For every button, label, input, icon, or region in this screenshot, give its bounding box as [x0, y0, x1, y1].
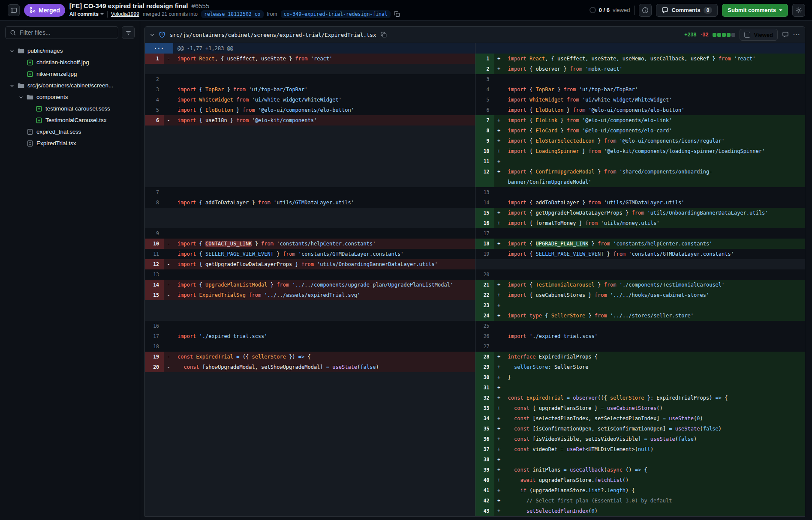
- line-number[interactable]: 5: [475, 95, 494, 105]
- line-number[interactable]: 18: [475, 239, 494, 249]
- line-number[interactable]: 24: [475, 311, 494, 321]
- tree-file-expiredtrial-tsx[interactable]: ExpiredTrial.tsx: [5, 137, 135, 149]
- line-number[interactable]: 4: [475, 84, 494, 95]
- line-number[interactable]: 17: [145, 331, 164, 341]
- file-added-icon: [27, 59, 33, 66]
- diff-row: 2+import { observer } from 'mobx-react': [145, 64, 805, 74]
- line-number[interactable]: 30: [475, 372, 494, 383]
- line-number[interactable]: 11: [145, 249, 164, 259]
- line-number[interactable]: 10: [145, 239, 164, 249]
- base-branch-label[interactable]: release_18112502_co: [201, 10, 264, 18]
- comments-button[interactable]: Comments 0: [656, 4, 718, 17]
- line-number[interactable]: 34: [475, 413, 494, 424]
- tree-folder-components[interactable]: components: [5, 91, 135, 103]
- line-number[interactable]: 33: [475, 403, 494, 413]
- line-number[interactable]: 16: [145, 321, 164, 331]
- tree-file-expired-trial-scss[interactable]: expired_trial.scss: [5, 126, 135, 137]
- copy-path-icon[interactable]: [381, 32, 387, 38]
- line-number[interactable]: 40: [475, 475, 494, 485]
- tree-file-testimonial-carousel-scss[interactable]: testimonial-carousel.scss: [5, 103, 135, 114]
- sidebar-toggle-button[interactable]: [8, 4, 20, 16]
- tree-file-nike-menzel-jpg[interactable]: nike-menzel.jpg: [5, 68, 135, 80]
- head-branch-label[interactable]: co-349-expired-trial-redesign-final: [281, 10, 391, 18]
- author-link[interactable]: Volodia1999: [111, 11, 139, 17]
- viewed-checkbox[interactable]: [744, 32, 750, 38]
- line-number[interactable]: 25: [475, 321, 494, 331]
- line-number[interactable]: 19: [475, 249, 494, 259]
- line-number[interactable]: 9: [145, 228, 164, 239]
- tree-file-testimonialcarousel-tsx[interactable]: TestimonialCarousel.tsx: [5, 114, 135, 126]
- line-number[interactable]: 20: [145, 362, 164, 372]
- tree-folder-src-js-containers-cabinet-screen-[interactable]: src/js/containers/cabinet/screen...: [5, 80, 135, 91]
- line-number[interactable]: 16: [475, 218, 494, 228]
- line-number[interactable]: 11: [475, 156, 494, 167]
- line-number[interactable]: 19: [145, 352, 164, 362]
- line-number[interactable]: 37: [475, 444, 494, 454]
- filter-options-button[interactable]: [122, 26, 135, 39]
- line-number[interactable]: 1: [145, 54, 164, 64]
- line-number[interactable]: 31: [475, 383, 494, 393]
- line-number[interactable]: 14: [145, 280, 164, 290]
- line-number[interactable]: 9: [475, 136, 494, 146]
- tree-file-christian-bischoff-jpg[interactable]: christian-bischoff.jpg: [5, 57, 135, 68]
- diff-sign: [164, 475, 173, 485]
- line-number[interactable]: 28: [475, 352, 494, 362]
- line-number[interactable]: 2: [475, 64, 494, 74]
- line-number[interactable]: 12: [145, 259, 164, 269]
- line-number[interactable]: 7: [475, 115, 494, 126]
- all-commits-dropdown[interactable]: All commits: [69, 11, 104, 17]
- line-number[interactable]: 4: [145, 95, 164, 105]
- tree-folder-public-images[interactable]: public/images: [5, 45, 135, 57]
- line-number[interactable]: 6: [145, 115, 164, 126]
- line-number[interactable]: 22: [475, 290, 494, 300]
- line-number[interactable]: 27: [475, 341, 494, 352]
- line-number[interactable]: 7: [145, 187, 164, 197]
- expand-hunk-button[interactable]: ···: [145, 43, 173, 54]
- line-number[interactable]: 2: [145, 74, 164, 84]
- line-number[interactable]: 32: [475, 393, 494, 403]
- file-filter-field[interactable]: [5, 26, 118, 39]
- line-number[interactable]: 6: [475, 105, 494, 115]
- viewed-toggle-button[interactable]: Viewed: [740, 29, 778, 41]
- collapse-file-chevron-icon[interactable]: [149, 32, 155, 38]
- settings-button[interactable]: [792, 4, 805, 17]
- line-number: [145, 126, 164, 136]
- line-number[interactable]: 26: [475, 331, 494, 341]
- line-number[interactable]: 36: [475, 434, 494, 444]
- line-number[interactable]: 1: [475, 54, 494, 64]
- info-button[interactable]: [639, 4, 652, 17]
- line-number[interactable]: 13: [475, 187, 494, 197]
- code-line: [173, 465, 475, 475]
- add-comment-icon[interactable]: [782, 31, 789, 38]
- line-number[interactable]: 14: [475, 197, 494, 208]
- line-number[interactable]: 8: [145, 197, 164, 208]
- line-number[interactable]: 20: [475, 269, 494, 280]
- code-line: import { useI18n } from '@elo-kit/compon…: [173, 115, 475, 126]
- line-number[interactable]: 12: [475, 167, 494, 187]
- code-line: [504, 383, 805, 393]
- line-number[interactable]: 13: [145, 269, 164, 280]
- line-number[interactable]: 5: [145, 105, 164, 115]
- line-number[interactable]: 3: [145, 84, 164, 95]
- line-number[interactable]: 42: [475, 496, 494, 506]
- line-number[interactable]: 39: [475, 465, 494, 475]
- line-number[interactable]: 18: [145, 341, 164, 352]
- line-number[interactable]: 43: [475, 506, 494, 516]
- line-number[interactable]: 38: [475, 454, 494, 465]
- submit-comments-button[interactable]: Submit comments: [722, 4, 788, 17]
- line-number[interactable]: 15: [475, 208, 494, 218]
- line-number[interactable]: 35: [475, 424, 494, 434]
- line-number[interactable]: 8: [475, 126, 494, 136]
- line-number[interactable]: 10: [475, 146, 494, 156]
- line-number[interactable]: 17: [475, 228, 494, 239]
- file-filter-input[interactable]: [20, 29, 114, 36]
- line-number[interactable]: 29: [475, 362, 494, 372]
- line-number[interactable]: 3: [475, 74, 494, 84]
- tree-item-label: expired_trial.scss: [36, 129, 81, 135]
- line-number[interactable]: 15: [145, 290, 164, 300]
- copy-branch-icon[interactable]: [394, 11, 400, 17]
- file-options-kebab[interactable]: ···: [793, 31, 800, 38]
- line-number[interactable]: 41: [475, 485, 494, 496]
- line-number[interactable]: 21: [475, 280, 494, 290]
- line-number[interactable]: 23: [475, 300, 494, 311]
